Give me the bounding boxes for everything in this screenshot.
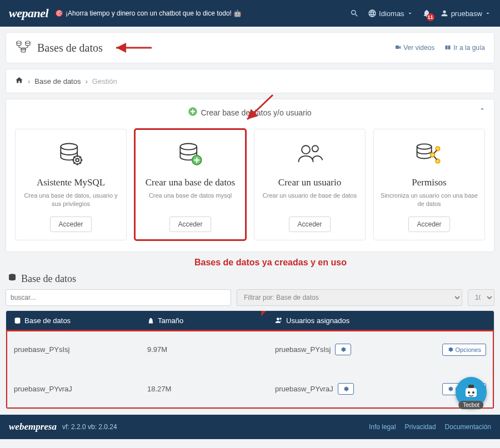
gear-icon: [447, 386, 453, 392]
cell-actions: Opciones: [419, 344, 486, 356]
page-header-card: Bases de datos Ver videos Ir a la guía: [6, 32, 494, 63]
search-icon[interactable]: [350, 9, 359, 18]
svg-point-1: [26, 41, 30, 43]
breadcrumb: › Base de datos › Gestión: [15, 76, 485, 86]
annotation-text: Bases de datos ya creadas y en uso: [194, 258, 347, 268]
breadcrumb-link[interactable]: Base de datos: [34, 77, 81, 85]
language-selector[interactable]: Idiomas: [368, 9, 413, 18]
tile-title: Permisos: [412, 177, 446, 188]
guide-link[interactable]: Ir a la guía: [444, 44, 485, 52]
database-gear-icon: [56, 139, 87, 170]
notification-badge: 11: [427, 13, 434, 21]
col-label: Tamaño: [158, 316, 183, 325]
tecbot-label: Tecbot: [458, 401, 483, 409]
tile-permissions[interactable]: Permisos Sincroniza un usuario con una b…: [373, 129, 485, 240]
target-icon: 🎯: [55, 9, 63, 17]
username-label: pruebasw: [451, 9, 482, 18]
search-input[interactable]: [6, 289, 231, 306]
topbar: wepanel 🎯 ¡Ahorra tiempo y dinero con un…: [0, 0, 500, 27]
videos-link-label: Ver videos: [403, 44, 434, 52]
home-icon[interactable]: [15, 76, 23, 86]
section-title: Base de datos: [21, 273, 76, 285]
tile-desc: Crear un usuario de base de datos: [263, 192, 357, 207]
svg-point-13: [417, 144, 431, 149]
create-section: Crear base de datos y/o usuario Asistent…: [6, 99, 494, 252]
video-icon: [394, 44, 401, 51]
database-icon: [14, 317, 21, 324]
users-icon: [294, 139, 326, 170]
svg-point-16: [430, 153, 434, 157]
cell-db: pruebasw_PYsIsj: [14, 345, 147, 354]
users-icon: [275, 316, 283, 324]
annotation-arrow-icon: [245, 94, 278, 122]
svg-point-24: [472, 391, 474, 394]
options-label: Opciones: [456, 346, 481, 353]
cell-size: 9.97M: [147, 345, 275, 354]
access-button[interactable]: Acceder: [408, 217, 449, 232]
plus-badge-icon: [188, 107, 197, 118]
table-body: pruebasw_PYsIsj 9.97M pruebasw_PYsIsj Op…: [6, 330, 494, 409]
annotation-arrow-icon: [256, 310, 278, 318]
svg-point-21: [279, 318, 282, 320]
col-label: Usuarios asignados: [286, 316, 349, 325]
tile-desc: Crea una base de datos mysql: [149, 192, 232, 207]
tile-create-user[interactable]: Crear un usuario Crear un usuario de bas…: [254, 129, 366, 240]
cell-users: pruebasw_PYsIsj: [275, 344, 419, 355]
gear-icon: [340, 346, 346, 353]
footer: webempresa vf: 2.2.0 vb: 2.0.24 Info leg…: [0, 415, 500, 439]
cell-db: pruebasw_PYvraJ: [14, 385, 147, 393]
breadcrumb-separator: ›: [28, 77, 30, 85]
footer-link-privacy[interactable]: Privacidad: [405, 423, 436, 431]
tile-create-database[interactable]: Crear una base de datos Crea una base de…: [134, 129, 246, 240]
svg-point-9: [180, 143, 197, 149]
logo[interactable]: wepanel: [9, 6, 48, 21]
page-size-select[interactable]: 10: [468, 289, 494, 306]
user-settings-button[interactable]: [338, 383, 354, 395]
chevron-down-icon: [484, 10, 491, 17]
tile-mysql-assistant[interactable]: Asistente MySQL Crea una base de datos, …: [15, 129, 127, 240]
tecbot-widget[interactable]: Tecbot: [456, 377, 487, 408]
database-plus-icon: [175, 139, 206, 170]
videos-link[interactable]: Ver videos: [394, 44, 434, 52]
chevron-up-icon[interactable]: [478, 105, 486, 115]
database-share-icon: [414, 139, 445, 170]
col-database[interactable]: Base de datos: [14, 316, 147, 325]
gear-icon: [447, 346, 453, 353]
svg-point-0: [17, 41, 21, 43]
access-button[interactable]: Acceder: [169, 217, 211, 232]
col-size[interactable]: Tamaño: [147, 316, 275, 325]
svg-point-11: [302, 145, 310, 154]
svg-line-18: [262, 310, 273, 315]
footer-link-docs[interactable]: Documentación: [445, 423, 491, 431]
filter-select[interactable]: Filtrar por: Base de datos: [237, 289, 462, 306]
breadcrumb-separator: ›: [85, 77, 87, 85]
user-menu[interactable]: pruebasw: [440, 9, 491, 18]
access-button[interactable]: Acceder: [289, 217, 330, 232]
svg-point-6: [61, 143, 77, 149]
user-name: pruebasw_PYvraJ: [275, 385, 333, 393]
options-button[interactable]: Opciones: [442, 344, 486, 356]
footer-link-legal[interactable]: Info legal: [369, 423, 396, 431]
col-label: Base de datos: [24, 316, 71, 325]
guide-icon: [444, 44, 451, 51]
table-header: Base de datos Tamaño Usuarios asignados: [6, 311, 494, 330]
promo-text: ¡Ahorra tiempo y dinero con un chatbot q…: [66, 9, 242, 17]
robot-icon: [461, 382, 481, 402]
chevron-down-icon: [407, 10, 413, 17]
table-row: pruebasw_PYvraJ 18.27M pruebasw_PYvraJ O…: [6, 370, 494, 409]
notifications-button[interactable]: 11: [422, 9, 431, 18]
filter-row: Filtrar por: Base de datos 10: [6, 289, 494, 306]
col-users[interactable]: Usuarios asignados: [275, 316, 486, 325]
version-text: vf: 2.2.0 vb: 2.0.24: [62, 423, 117, 431]
footer-logo[interactable]: webempresa: [9, 421, 57, 432]
tile-title: Crear una base de datos: [146, 177, 235, 188]
svg-rect-25: [468, 385, 474, 388]
breadcrumb-card: › Base de datos › Gestión Crear una nuev…: [6, 69, 494, 93]
database-group-icon: [15, 39, 32, 56]
breadcrumb-current: Gestión: [92, 77, 117, 85]
cell-size: 18.27M: [147, 385, 275, 393]
tile-desc: Sincroniza un usuario con una base de da…: [379, 192, 479, 209]
access-button[interactable]: Acceder: [50, 217, 91, 232]
tile-title: Asistente MySQL: [37, 177, 105, 188]
user-settings-button[interactable]: [335, 344, 351, 355]
